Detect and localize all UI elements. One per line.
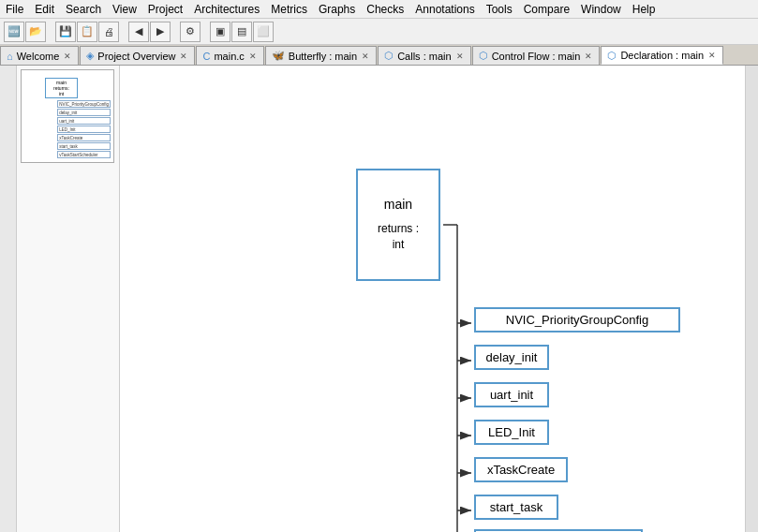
minimap: main returns: int NVIC_PriorityGroupConf… [17, 66, 120, 532]
call-node-led-label: LED_Init [488, 425, 535, 439]
tabbar: ⌂ Welcome ✕ ◈ Project Overview ✕ C main.… [0, 45, 758, 66]
menu-search[interactable]: Search [60, 2, 107, 17]
menu-annotations[interactable]: Annotations [409, 2, 480, 17]
call-node-start[interactable]: start_task [474, 495, 558, 520]
tab-butterfly-icon: 🦋 [272, 50, 285, 62]
tab-declaration-close[interactable]: ✕ [707, 51, 717, 60]
tab-welcome-icon: ⌂ [7, 51, 13, 62]
toolbar: 🆕 📂 💾 📋 🖨 ◀ ▶ ⚙ ▣ ▤ ⬜ [0, 19, 758, 45]
tab-project-overview[interactable]: ◈ Project Overview ✕ [80, 46, 195, 65]
main-node[interactable]: main returns :int [356, 169, 440, 281]
menu-project[interactable]: Project [142, 2, 188, 17]
tab-welcome-close[interactable]: ✕ [63, 52, 72, 61]
call-node-uart-label: uart_init [490, 388, 533, 402]
minimap-main-int: int [47, 91, 76, 96]
minimap-item-start: start_task [57, 142, 111, 150]
minimap-inner: main returns: int NVIC_PriorityGroupConf… [21, 69, 114, 163]
main-layout: main returns: int NVIC_PriorityGroupConf… [0, 66, 758, 532]
tab-project-close[interactable]: ✕ [179, 52, 188, 61]
menubar: File Edit Search View Project Architectu… [0, 0, 758, 19]
tab-butterfly-close[interactable]: ✕ [361, 52, 370, 61]
menu-checks[interactable]: Checks [361, 2, 409, 17]
call-node-nvic[interactable]: NVIC_PriorityGroupConfig [474, 307, 680, 332]
minimap-item-uart: uart_init [57, 117, 111, 125]
tab-project-icon: ◈ [86, 50, 94, 62]
menu-compare[interactable]: Compare [518, 2, 575, 17]
tab-mainc-close[interactable]: ✕ [248, 52, 258, 61]
minimap-item-xtask: xTaskCreate [57, 134, 111, 141]
minimap-item-led: LED_Init [57, 126, 111, 133]
toolbar-btn-layout1[interactable]: ▣ [210, 22, 230, 42]
toolbar-btn-open[interactable]: 📂 [25, 22, 46, 42]
tab-controlflow-icon: ⬡ [479, 50, 488, 62]
minimap-item-delay: delay_init [57, 109, 111, 116]
tab-welcome[interactable]: ⌂ Welcome ✕ [0, 46, 79, 65]
tab-calls[interactable]: ⬡ Calls : main ✕ [378, 46, 470, 65]
call-node-xtask[interactable]: xTaskCreate [474, 457, 568, 482]
toolbar-btn-layout3[interactable]: ⬜ [253, 22, 274, 42]
content-area: main returns: int NVIC_PriorityGroupConf… [17, 66, 758, 532]
tab-controlflow[interactable]: ⬡ Control Flow : main ✕ [472, 46, 601, 65]
toolbar-btn-layout2[interactable]: ▤ [231, 22, 252, 42]
tab-calls-close[interactable]: ✕ [455, 52, 465, 61]
minimap-main-node: main returns: int [45, 78, 78, 98]
call-node-uart[interactable]: uart_init [474, 382, 549, 407]
tab-mainc-label: main.c [214, 51, 244, 62]
minimap-item-nvic: NVIC_PriorityGroupConfig [57, 100, 111, 108]
menu-graphs[interactable]: Graphs [313, 2, 361, 17]
toolbar-btn-back[interactable]: ◀ [128, 22, 149, 42]
tab-declaration[interactable]: ⬡ Declaration : main ✕ [601, 46, 723, 65]
tab-calls-label: Calls : main [397, 51, 451, 62]
toolbar-btn-settings[interactable]: ⚙ [180, 22, 201, 42]
call-node-delay[interactable]: delay_init [474, 345, 549, 370]
tab-calls-icon: ⬡ [384, 50, 394, 62]
toolbar-btn-save2[interactable]: 📋 [77, 22, 97, 42]
right-sidebar-strip [745, 66, 758, 532]
menu-tools[interactable]: Tools [481, 2, 518, 17]
toolbar-btn-new[interactable]: 🆕 [4, 22, 24, 42]
call-node-xtask-label: xTaskCreate [487, 463, 555, 477]
tab-declaration-label: Declaration : main [620, 50, 704, 61]
tab-project-label: Project Overview [97, 51, 175, 62]
tab-welcome-label: Welcome [17, 51, 60, 62]
tab-mainc-icon: C [202, 51, 210, 62]
diagram-canvas[interactable]: main returns :int NVIC_PriorityGroupConf… [120, 66, 745, 532]
menu-architectures[interactable]: Architectures [188, 2, 265, 17]
menu-file[interactable]: File [0, 2, 29, 17]
tab-declaration-icon: ⬡ [607, 50, 617, 62]
call-node-led[interactable]: LED_Init [474, 420, 549, 445]
menu-edit[interactable]: Edit [29, 2, 60, 17]
menu-help[interactable]: Help [627, 2, 661, 17]
call-node-nvic-label: NVIC_PriorityGroupConfig [506, 313, 648, 327]
tab-controlflow-close[interactable]: ✕ [584, 52, 593, 61]
diagram-arrows [120, 66, 745, 532]
toolbar-btn-save[interactable]: 💾 [55, 22, 76, 42]
tab-butterfly[interactable]: 🦋 Butterfly : main ✕ [265, 46, 377, 65]
main-node-title: main [384, 197, 412, 212]
left-sidebar [0, 66, 17, 532]
toolbar-btn-forward[interactable]: ▶ [150, 22, 171, 42]
tab-controlflow-label: Control Flow : main [492, 51, 581, 62]
menu-metrics[interactable]: Metrics [265, 2, 313, 17]
tab-mainc[interactable]: C main.c ✕ [196, 46, 263, 65]
menu-view[interactable]: View [107, 2, 142, 17]
toolbar-btn-print[interactable]: 🖨 [98, 22, 119, 42]
call-node-start-label: start_task [490, 500, 542, 514]
minimap-calls: NVIC_PriorityGroupConfig delay_init uart… [57, 100, 111, 159]
main-node-subtitle: returns :int [378, 221, 419, 253]
minimap-item-vtask: vTaskStartScheduler [57, 151, 111, 158]
call-node-delay-label: delay_init [486, 350, 538, 364]
menu-window[interactable]: Window [575, 2, 627, 17]
tab-butterfly-label: Butterfly : main [289, 51, 357, 62]
